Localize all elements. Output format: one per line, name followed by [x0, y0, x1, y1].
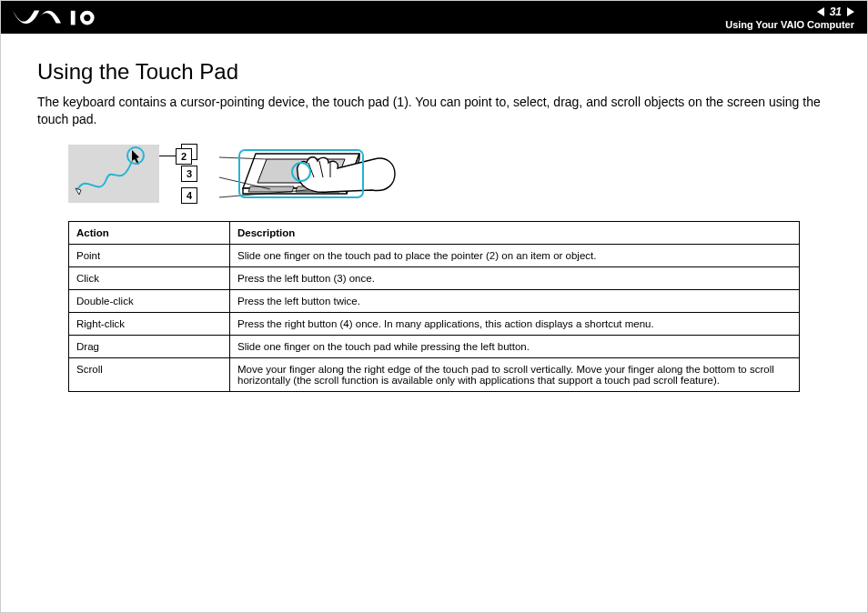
callout-3: 3: [181, 166, 197, 182]
page-content: Using the Touch Pad The keyboard contain…: [1, 34, 867, 392]
next-page-icon[interactable]: [847, 7, 854, 16]
header-bar: 31 Using Your VAIO Computer: [1, 1, 867, 34]
intro-text: The keyboard contains a cursor-pointing …: [37, 94, 831, 128]
header-right: 31 Using Your VAIO Computer: [725, 5, 854, 30]
cell-description: Press the left button twice.: [230, 289, 800, 312]
table-row: Right-click Press the right button (4) o…: [69, 312, 800, 335]
cell-description: Press the left button (3) once.: [230, 266, 800, 289]
cell-action: Drag: [69, 335, 230, 357]
actions-table: Action Description Point Slide one finge…: [68, 221, 800, 392]
table-row: Point Slide one finger on the touch pad …: [69, 244, 800, 266]
cell-description: Slide one finger on the touch pad while …: [230, 335, 800, 357]
manual-page: 31 Using Your VAIO Computer Using the To…: [0, 0, 868, 613]
cell-action: Double-click: [69, 289, 230, 312]
section-label: Using Your VAIO Computer: [725, 19, 854, 30]
callout-4: 4: [181, 187, 197, 204]
table-row: Scroll Move your finger along the right …: [69, 357, 800, 391]
callout-2: 2: [176, 148, 192, 165]
figure-pointer-path: 2: [68, 145, 159, 203]
col-action: Action: [69, 221, 230, 244]
illustrations: 2 1 3 4: [68, 141, 831, 206]
col-description: Description: [230, 221, 800, 244]
svg-point-2: [84, 15, 90, 21]
svg-marker-8: [248, 186, 294, 192]
page-number: 31: [830, 5, 842, 18]
prev-page-icon[interactable]: [817, 7, 824, 16]
table-row: Click Press the left button (3) once.: [69, 266, 800, 289]
cell-description: Slide one finger on the touch pad to pla…: [230, 244, 800, 266]
page-navigator: 31: [817, 5, 854, 18]
cell-action: Right-click: [69, 312, 230, 335]
table-header-row: Action Description: [69, 221, 800, 244]
cell-description: Press the right button (4) once. In many…: [230, 312, 800, 335]
cell-description: Move your finger along the right edge of…: [230, 357, 800, 391]
figure-touchpad-hand: [219, 141, 401, 206]
page-title: Using the Touch Pad: [37, 59, 831, 85]
svg-rect-0: [71, 11, 76, 25]
callout-leader: [159, 156, 176, 156]
cell-action: Scroll: [69, 357, 230, 391]
table-row: Double-click Press the left button twice…: [69, 289, 800, 312]
cell-action: Point: [69, 244, 230, 266]
cell-action: Click: [69, 266, 230, 289]
table-row: Drag Slide one finger on the touch pad w…: [69, 335, 800, 357]
vaio-logo: [12, 7, 99, 27]
